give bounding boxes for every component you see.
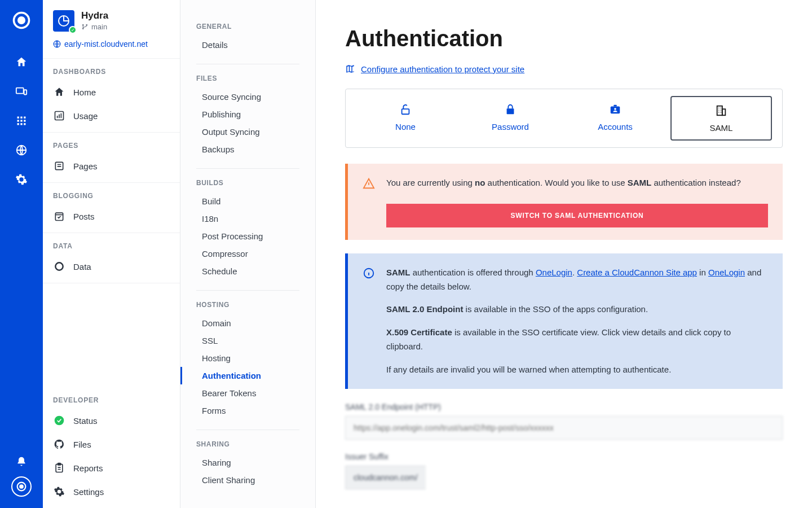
settings-group-heading: GENERAL — [196, 23, 299, 36]
app-logo-icon — [11, 10, 32, 30]
site-sidebar: ✓ Hydra main early-mist.cloudvent.net DA… — [43, 0, 180, 508]
settings-item-authentication[interactable]: Authentication — [180, 367, 299, 384]
site-header: ✓ Hydra main early-mist.cloudvent.net — [43, 0, 180, 59]
sidebar-item-settings[interactable]: Settings — [43, 480, 180, 503]
settings-item-schedule[interactable]: Schedule — [196, 262, 299, 280]
home-icon — [53, 86, 65, 98]
rail-bell-icon[interactable] — [0, 447, 43, 476]
endpoint-input[interactable] — [345, 416, 783, 440]
info-alert: SAML authentication is offered through O… — [345, 253, 783, 389]
svg-rect-3 — [24, 90, 27, 94]
clipboard-icon — [53, 462, 65, 474]
issuer-prefix: cloudcannon.com/ — [345, 466, 426, 489]
field-label: SAML 2.0 Endpoint (HTTP) — [345, 402, 783, 411]
tab-password[interactable]: Password — [461, 96, 560, 141]
rail-apps-icon[interactable] — [0, 106, 43, 135]
map-icon — [345, 64, 355, 74]
tab-none[interactable]: None — [356, 96, 455, 141]
svg-rect-24 — [61, 113, 62, 118]
id-card-icon — [608, 103, 622, 116]
settings-item-source-syncing[interactable]: Source Syncing — [196, 88, 299, 106]
svg-rect-4 — [17, 117, 19, 119]
tab-accounts[interactable]: Accounts — [566, 96, 665, 141]
svg-point-17 — [82, 24, 84, 26]
check-circle-icon — [53, 414, 65, 427]
nav-heading: BLOGGING — [43, 192, 180, 204]
settings-group-heading: BUILDS — [196, 179, 299, 192]
settings-group-heading: FILES — [196, 75, 299, 88]
sidebar-item-reports[interactable]: Reports — [43, 456, 180, 480]
rail-home-icon[interactable] — [0, 47, 43, 77]
status-badge-icon: ✓ — [69, 26, 77, 34]
sidebar-item-usage[interactable]: Usage — [43, 104, 180, 128]
settings-item-forms[interactable]: Forms — [196, 402, 299, 419]
issuer-field: Issuer Suffix cloudcannon.com/ — [345, 452, 783, 489]
settings-item-build[interactable]: Build — [196, 192, 299, 210]
rail-avatar-icon[interactable] — [11, 476, 32, 497]
settings-item-compressor[interactable]: Compressor — [196, 245, 299, 262]
svg-point-18 — [82, 28, 84, 29]
sidebar-item-status[interactable]: Status — [43, 409, 180, 432]
settings-item-publishing[interactable]: Publishing — [196, 106, 299, 123]
svg-rect-11 — [20, 123, 22, 125]
settings-item-ssl[interactable]: SSL — [196, 332, 299, 349]
settings-item-bearer-tokens[interactable]: Bearer Tokens — [196, 384, 299, 402]
settings-item-post-processing[interactable]: Post Processing — [196, 227, 299, 245]
site-url-link[interactable]: early-mist.cloudvent.net — [53, 40, 148, 49]
lock-open-icon — [399, 103, 412, 116]
svg-rect-36 — [717, 106, 722, 116]
svg-rect-5 — [20, 117, 22, 119]
settings-item-i18n[interactable]: I18n — [196, 210, 299, 227]
site-name: Hydra — [81, 10, 108, 21]
svg-rect-9 — [24, 120, 25, 121]
tab-saml[interactable]: SAML — [670, 96, 772, 141]
settings-item-client-sharing[interactable]: Client Sharing — [196, 471, 299, 489]
endpoint-field: SAML 2.0 Endpoint (HTTP) — [345, 402, 783, 440]
sidebar-item-data[interactable]: Data — [43, 255, 180, 278]
settings-item-backups[interactable]: Backups — [196, 141, 299, 158]
settings-nav: GENERALDetailsFILESSource SyncingPublish… — [180, 0, 316, 508]
switch-auth-button[interactable]: SWITCH TO SAML AUTHENTICATION — [386, 204, 768, 227]
settings-item-details[interactable]: Details — [196, 36, 299, 54]
donut-icon — [53, 260, 65, 273]
svg-point-1 — [19, 17, 25, 24]
rail-globe-icon[interactable] — [0, 135, 43, 165]
settings-item-output-syncing[interactable]: Output Syncing — [196, 123, 299, 141]
doc-link[interactable]: Configure authentication to protect your… — [345, 64, 524, 74]
main-content: Authentication Configure authentication … — [316, 0, 812, 508]
svg-rect-31 — [402, 109, 409, 114]
svg-rect-6 — [24, 117, 25, 119]
sidebar-item-posts[interactable]: Posts — [43, 204, 180, 228]
settings-item-domain[interactable]: Domain — [196, 314, 299, 332]
settings-item-sharing[interactable]: Sharing — [196, 454, 299, 471]
site-icon: ✓ — [53, 10, 74, 32]
calendar-icon — [53, 210, 65, 222]
settings-group-heading: SHARING — [196, 440, 299, 454]
svg-rect-12 — [24, 123, 25, 125]
sidebar-item-home[interactable]: Home — [43, 80, 180, 104]
info-icon — [363, 267, 375, 279]
app-rail — [0, 0, 43, 508]
svg-rect-7 — [17, 120, 19, 121]
rail-devices-icon[interactable] — [0, 77, 43, 106]
auth-tabs: None Password Accounts SAML — [345, 89, 783, 148]
onelogin-link[interactable]: OneLogin — [536, 268, 572, 277]
building-icon — [715, 104, 727, 117]
svg-point-34 — [614, 108, 616, 110]
svg-point-15 — [20, 485, 23, 488]
settings-item-hosting[interactable]: Hosting — [196, 349, 299, 367]
svg-rect-23 — [59, 115, 60, 119]
lock-icon — [504, 103, 517, 116]
create-app-link[interactable]: Create a CloudCannon Site app — [577, 268, 697, 277]
svg-rect-30 — [58, 463, 61, 465]
globe-icon — [53, 40, 61, 48]
gear-icon — [53, 485, 65, 498]
rail-settings-icon[interactable] — [0, 165, 43, 194]
field-label: Issuer Suffix — [345, 452, 783, 461]
sidebar-item-files[interactable]: Files — [43, 432, 180, 456]
chart-icon — [53, 110, 65, 122]
svg-rect-8 — [20, 120, 22, 121]
svg-rect-10 — [17, 123, 19, 125]
sidebar-item-pages[interactable]: Pages — [43, 154, 180, 178]
onelogin-link[interactable]: OneLogin — [708, 268, 745, 277]
